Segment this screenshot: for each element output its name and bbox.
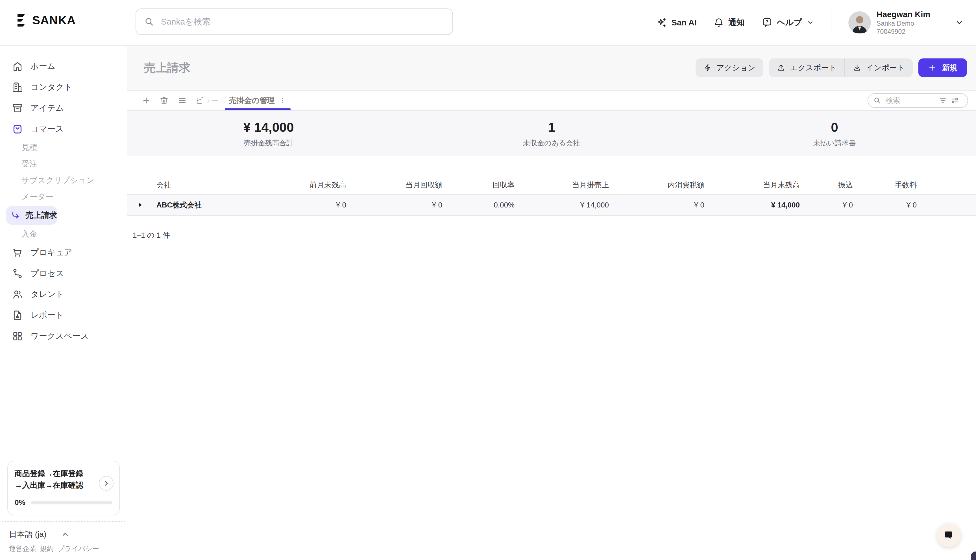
sliders-icon[interactable] bbox=[951, 96, 959, 105]
notifications-button[interactable]: 通知 bbox=[714, 17, 745, 28]
chevron-down-icon bbox=[955, 18, 964, 27]
box-icon bbox=[12, 102, 23, 114]
col-collection-rate: 回収率 bbox=[442, 180, 515, 190]
kebab-menu-icon[interactable] bbox=[279, 97, 287, 105]
cell-month-end-balance: ¥ 14,000 bbox=[704, 201, 800, 210]
sidebar-item-quotes[interactable]: 見積 bbox=[0, 140, 127, 156]
stat-label: 未収金のある会社 bbox=[523, 138, 580, 148]
sidebar-item-label: 受注 bbox=[22, 158, 37, 169]
sidebar-item-sales-invoicing[interactable]: 売上請求 bbox=[6, 206, 57, 225]
brand-logo-text: SANKA bbox=[32, 13, 76, 27]
sidebar-item-meters[interactable]: メーター bbox=[0, 188, 127, 205]
sidebar-item-deposits[interactable]: 入金 bbox=[0, 226, 127, 242]
sidebar-item-label: 売上請求 bbox=[25, 210, 57, 221]
report-icon bbox=[12, 310, 23, 321]
filter-icon[interactable] bbox=[939, 96, 947, 105]
sidebar-item-commerce[interactable]: コマース bbox=[0, 118, 127, 140]
expand-row-icon[interactable] bbox=[132, 202, 148, 208]
avatar bbox=[848, 11, 871, 34]
app-root: SANKA San AI bbox=[0, 0, 976, 560]
stats-strip: ¥ 14,000 売掛金残高合計 1 未収金のある会社 0 未払い請求書 bbox=[127, 111, 976, 157]
toolbar: アクション エクスポート インポート 新規 bbox=[696, 58, 967, 77]
sidebar-item-subscriptions[interactable]: サブスクリプション bbox=[0, 172, 127, 188]
zap-icon bbox=[704, 63, 712, 72]
sidebar-item-talent[interactable]: タレント bbox=[0, 284, 127, 305]
download-icon bbox=[853, 63, 861, 72]
help-icon: ? bbox=[762, 17, 772, 28]
sidebar-item-contacts[interactable]: コンタクト bbox=[0, 77, 127, 98]
onboarding-next-button[interactable] bbox=[99, 476, 113, 490]
cell-month-collected: ¥ 0 bbox=[346, 201, 442, 210]
global-search-input[interactable] bbox=[160, 17, 444, 27]
sidebar-item-reports[interactable]: レポート bbox=[0, 305, 127, 326]
action-label: アクション bbox=[716, 63, 756, 73]
view-menu-button[interactable]: ビュー bbox=[195, 95, 219, 105]
col-month-end-balance: 当月末残高 bbox=[704, 180, 800, 190]
help-button[interactable]: ? ヘルプ bbox=[762, 17, 814, 28]
cell-prev-month-balance: ¥ 0 bbox=[290, 201, 346, 210]
sidebar-item-label: ワークスペース bbox=[30, 330, 89, 342]
sidebar-item-workspace[interactable]: ワークスペース bbox=[0, 326, 127, 347]
building-icon bbox=[12, 82, 23, 93]
sidebar: ホーム コンタクト アイテム コマース 見積 受注 サブスクリプション メーター… bbox=[0, 45, 128, 560]
users-icon bbox=[12, 289, 23, 300]
page-header: 売上請求 アクション エクスポート インポート bbox=[127, 45, 976, 91]
col-month-collected: 当月回収額 bbox=[346, 180, 442, 190]
chat-bubble-icon bbox=[943, 530, 954, 541]
sidebar-item-label: 入金 bbox=[22, 228, 37, 239]
cell-consumption-tax: ¥ 0 bbox=[609, 201, 704, 210]
sidebar-item-label: アイテム bbox=[30, 102, 64, 114]
stat-label: 売掛金残高合計 bbox=[244, 138, 294, 148]
table-search-input[interactable] bbox=[884, 96, 935, 105]
sparkles-icon bbox=[656, 17, 667, 28]
stat-unpaid-invoices: 0 未払い請求書 bbox=[693, 111, 976, 157]
sidebar-item-label: 見積 bbox=[22, 142, 37, 153]
user-name: Haegwan Kim bbox=[877, 9, 930, 20]
chevron-down-icon bbox=[807, 19, 814, 26]
menu-icon[interactable] bbox=[177, 96, 187, 105]
sidebar-item-label: タレント bbox=[30, 289, 64, 300]
sidebar-item-home[interactable]: ホーム bbox=[0, 56, 127, 77]
action-button[interactable]: アクション bbox=[696, 58, 763, 77]
footer-link-terms[interactable]: 規約 bbox=[40, 544, 53, 553]
import-button[interactable]: インポート bbox=[845, 58, 913, 77]
stat-value: 1 bbox=[548, 120, 555, 135]
footer-link-privacy[interactable]: プライバシー bbox=[58, 544, 99, 553]
language-selector[interactable]: 日本語 (ja) bbox=[9, 529, 118, 540]
footer-link-company[interactable]: 運営企業 bbox=[9, 544, 36, 553]
onboarding-title: 商品登録→在庫登録→入出庫→在庫確認 bbox=[15, 468, 86, 491]
table-row[interactable]: ABC株式会社 ¥ 0 ¥ 0 0.00% ¥ 14,000 ¥ 0 ¥ 14,… bbox=[127, 194, 976, 216]
new-label: 新規 bbox=[942, 63, 958, 73]
tab-receivables-management[interactable]: 売掛金の管理 bbox=[227, 91, 289, 110]
chat-widget-button[interactable] bbox=[937, 523, 961, 547]
stat-receivable-total: ¥ 14,000 売掛金残高合計 bbox=[127, 111, 410, 157]
cell-collection-rate: 0.00% bbox=[442, 201, 515, 210]
brand-logo[interactable]: SANKA bbox=[15, 13, 76, 27]
san-ai-button[interactable]: San AI bbox=[656, 17, 697, 28]
home-icon bbox=[12, 61, 23, 72]
sidebar-item-orders[interactable]: 受注 bbox=[0, 156, 127, 172]
new-button[interactable]: 新規 bbox=[918, 58, 967, 77]
trash-icon[interactable] bbox=[159, 96, 169, 105]
upload-icon bbox=[777, 63, 785, 72]
user-menu[interactable]: Haegwan Kim Sanka Demo 70049902 bbox=[848, 9, 964, 36]
sidebar-item-process[interactable]: プロセス bbox=[0, 263, 127, 284]
sidebar-item-label: コンタクト bbox=[30, 82, 72, 93]
svg-text:?: ? bbox=[766, 19, 768, 25]
col-transfer: 振込 bbox=[800, 180, 853, 190]
col-month-credit-sales: 当月掛売上 bbox=[515, 180, 609, 190]
pagination-text: 1–1 の 1 件 bbox=[133, 230, 976, 240]
sidebar-item-procure[interactable]: プロキュア bbox=[0, 242, 127, 263]
app-header: SANKA San AI bbox=[0, 0, 976, 46]
onboarding-card: 商品登録→在庫登録→入出庫→在庫確認 0% bbox=[7, 461, 120, 515]
user-account-id: 70049902 bbox=[877, 28, 930, 36]
add-view-button[interactable] bbox=[142, 96, 151, 105]
sidebar-item-label: ホーム bbox=[30, 61, 55, 72]
sidebar-item-items[interactable]: アイテム bbox=[0, 98, 127, 118]
sidebar-item-label: プロセス bbox=[30, 268, 64, 279]
cell-company[interactable]: ABC株式会社 bbox=[148, 200, 290, 210]
sidebar-nav: ホーム コンタクト アイテム コマース 見積 受注 サブスクリプション メーター… bbox=[0, 45, 127, 347]
stat-value: 0 bbox=[831, 120, 838, 135]
export-button[interactable]: エクスポート bbox=[769, 58, 844, 77]
sidebar-item-label: コマース bbox=[30, 123, 64, 135]
